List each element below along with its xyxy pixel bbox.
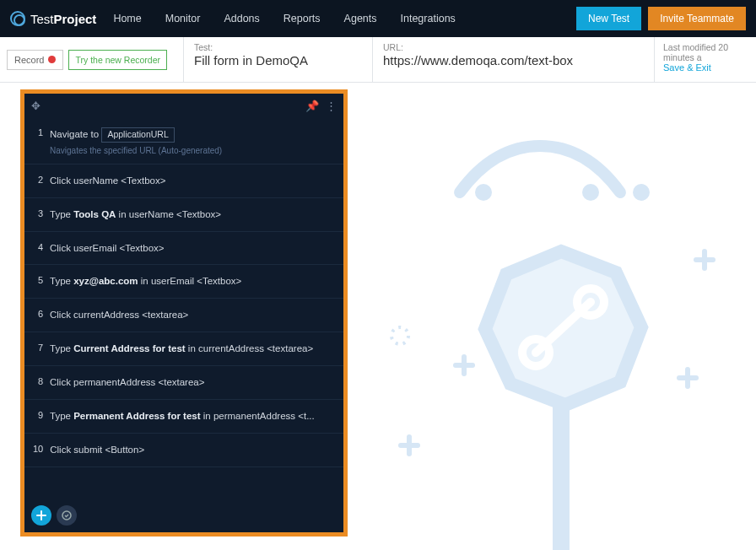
svg-line-4 [536,302,591,353]
url-label: URL: [383,42,644,52]
main-area: ✥ 📌 ⋮ 1 Navigate to ApplicationURL Navig… [0,83,756,550]
plus-icon [36,510,46,520]
param-chip[interactable]: ApplicationURL [101,127,174,143]
try-recorder-button[interactable]: Try the new Recorder [68,50,167,70]
step-text: Click submit <Button> [50,444,335,456]
step-number: 3 [33,208,43,218]
add-step-button[interactable] [31,505,51,526]
step-row[interactable]: 10Click submit <Button> [24,434,343,467]
subbar: Record Try the new Recorder Test: Fill f… [0,37,756,83]
record-label: Record [14,55,44,65]
panel-header: ✥ 📌 ⋮ [24,94,343,117]
logo-text: TestProject [30,12,96,26]
subbar-left: Record Try the new Recorder [0,37,184,82]
nav-integrations[interactable]: Integrations [401,13,456,24]
step-number: 1 [33,127,43,143]
svg-point-5 [522,339,549,366]
move-icon[interactable]: ✥ [31,100,40,112]
step-number: 5 [33,275,43,285]
record-dot-icon [48,56,56,63]
test-label: Test: [194,42,362,52]
svg-marker-3 [485,251,641,405]
step-text: Click userName <Textbox> [50,175,335,187]
step-number: 4 [33,242,43,252]
step-text: Type Tools QA in userName <Textbox> [50,208,335,221]
step-row[interactable]: 3Type Tools QA in userName <Textbox> [24,198,343,232]
new-test-button[interactable]: New Test [576,7,641,30]
modified-text: Last modified 20 minutes a [663,42,748,62]
steps-panel: ✥ 📌 ⋮ 1 Navigate to ApplicationURL Navig… [24,94,343,532]
step-text: Navigate to ApplicationURL [50,127,335,143]
panel-footer [31,505,77,526]
test-block: Test: Fill form in DemoQA [184,37,373,82]
step-text: Click currentAddress <textarea> [50,309,335,321]
test-name[interactable]: Fill form in DemoQA [194,53,362,67]
url-block: URL: https://www.demoqa.com/text-box [373,37,655,82]
step-row[interactable]: 1 Navigate to ApplicationURL Navigates t… [24,117,343,164]
step-row[interactable]: 2Click userName <Textbox> [24,164,343,198]
svg-point-0 [475,184,492,201]
svg-point-2 [633,184,650,201]
svg-point-6 [577,288,604,315]
step-subtext: Navigates the specified URL (Auto-genera… [33,146,335,155]
step-number: 8 [33,376,43,386]
step-number: 2 [33,175,43,185]
step-row[interactable]: 7Type Current Address for test in curren… [24,332,343,366]
step-text: Type Permanent Address for test in perma… [50,410,335,423]
topbar: TestProject Home Monitor Addons Reports … [0,0,756,37]
group-button[interactable] [57,505,77,526]
logo-icon [10,11,25,26]
step-row[interactable]: 4Click userEmail <Textbox> [24,232,343,266]
steps-panel-frame: ✥ 📌 ⋮ 1 Navigate to ApplicationURL Navig… [20,89,348,537]
step-text: Type Current Address for test in current… [50,342,335,355]
svg-point-1 [582,184,599,201]
step-number: 10 [33,444,43,454]
step-number: 7 [33,342,43,353]
more-icon[interactable]: ⋮ [326,100,337,112]
nav-monitor[interactable]: Monitor [165,13,201,24]
url-value[interactable]: https://www.demoqa.com/text-box [383,53,644,67]
logo[interactable]: TestProject [10,11,96,26]
step-text: Click userEmail <Textbox> [50,242,335,255]
step-row[interactable]: 5Type xyz@abc.com in userEmail <Textbox> [24,265,343,299]
svg-rect-7 [553,403,570,550]
step-text: Type xyz@abc.com in userEmail <Textbox> [50,275,335,288]
nav: Home Monitor Addons Reports Agents Integ… [113,13,576,24]
invite-teammate-button[interactable]: Invite Teammate [648,7,746,30]
nav-reports[interactable]: Reports [284,13,321,24]
pin-icon[interactable]: 📌 [305,100,319,112]
nav-agents[interactable]: Agents [344,13,377,24]
nav-home[interactable]: Home [113,13,141,24]
step-row[interactable]: 9Type Permanent Address for test in perm… [24,400,343,434]
save-exit-link[interactable]: Save & Exit [663,62,748,73]
step-number: 6 [33,309,43,319]
svg-point-16 [392,327,408,344]
nav-addons[interactable]: Addons [224,13,259,24]
step-number: 9 [33,410,43,420]
step-row[interactable]: 6Click currentAddress <textarea> [24,299,343,332]
step-row[interactable]: 8Click permanentAddress <textarea> [24,366,343,400]
modified-block: Last modified 20 minutes a Save & Exit [655,37,756,82]
step-text: Click permanentAddress <textarea> [50,376,335,389]
check-icon [62,510,72,520]
record-button[interactable]: Record [7,50,63,70]
